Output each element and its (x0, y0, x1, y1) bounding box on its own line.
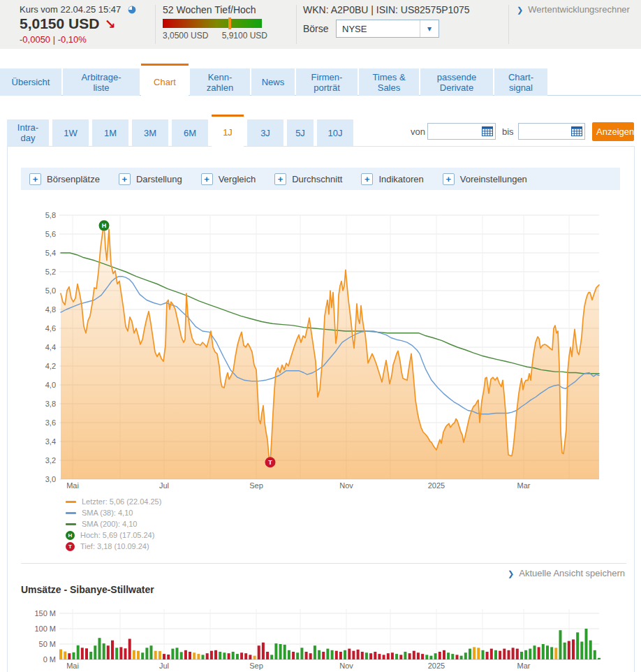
price-change: -0,0050 | -0,10% (20, 34, 87, 45)
von-calendar-button[interactable] (481, 126, 493, 137)
toolbar-label: Vergleich (219, 174, 256, 184)
bis-date-input[interactable] (519, 124, 575, 139)
von-date-input[interactable] (428, 124, 485, 139)
range-tab-1m[interactable]: 1M (92, 119, 128, 146)
range-tab-5j[interactable]: 5J (287, 119, 314, 146)
legend-dash-icon (66, 512, 76, 514)
svg-text:4,2: 4,2 (45, 362, 56, 370)
svg-text:3,2: 3,2 (45, 456, 56, 465)
52w-low-value: 3,0500 USD (163, 31, 208, 41)
svg-text:5,2: 5,2 (45, 268, 56, 276)
tab-chart[interactable]: Chart (141, 64, 189, 98)
performance-calculator-label: Wertentwicklungsrechner (528, 4, 630, 15)
svg-text:3,6: 3,6 (45, 418, 56, 427)
svg-text:5,4: 5,4 (45, 249, 56, 257)
tab-arbitrage-liste[interactable]: Arbitrage- liste (63, 68, 140, 96)
von-date-input-wrap (427, 123, 496, 140)
svg-text:2025: 2025 (428, 481, 445, 490)
price-area (61, 226, 599, 479)
legend-marker-icon: T (66, 542, 75, 551)
legend-item-2: SMA (200): 4,10 (66, 518, 161, 529)
svg-text:2025: 2025 (428, 662, 445, 670)
svg-text:Sep: Sep (249, 662, 263, 670)
quote-header: Kurs vom 22.04.25 15:47 5,0150 USD↘ -0,0… (0, 0, 641, 49)
main-tabs: ÜbersichtArbitrage- listeChartKenn- zahl… (0, 63, 547, 96)
tab-kenn-zahlen[interactable]: Kenn- zahlen (190, 68, 250, 96)
toolbar-vergleich[interactable]: +Vergleich (201, 173, 256, 185)
volume-chart[interactable]: 0 M50 M100 M150 MMaiJulSepNov2025Mar (0, 602, 641, 672)
svg-text:H: H (102, 222, 107, 229)
chart-legend: Letzter: 5,06 (22.04.25)SMA (38): 4,10SM… (66, 496, 161, 552)
svg-text:Mar: Mar (517, 481, 531, 490)
tab-passende-derivate[interactable]: passende Derivate (420, 68, 493, 96)
52w-range-labels: 3,0500 USD 5,9100 USD (163, 31, 267, 41)
svg-text:T: T (268, 459, 272, 466)
range-tab-1j[interactable]: 1J (212, 115, 244, 148)
legend-dash-icon (66, 523, 76, 525)
legend-text: Hoch: 5,69 (17.05.24) (80, 531, 154, 539)
quote-timestamp: Kurs vom 22.04.25 15:47 (20, 4, 136, 15)
svg-text:5,0: 5,0 (45, 286, 56, 295)
range-tab-3j[interactable]: 3J (247, 119, 283, 146)
svg-text:Mai: Mai (66, 481, 79, 490)
svg-text:4,8: 4,8 (45, 305, 56, 314)
header-divider (296, 5, 297, 44)
range-tab-3m[interactable]: 3M (132, 119, 168, 146)
range-tab-intra-day[interactable]: Intra- day (7, 119, 49, 146)
svg-text:4,0: 4,0 (45, 381, 56, 389)
delayed-quote-clock-icon (128, 6, 136, 14)
legend-dash-icon (66, 501, 76, 503)
tab-news[interactable]: News (251, 68, 295, 96)
wkn-isin: WKN: A2P0BU | ISIN: US82575P1075 (303, 4, 470, 15)
legend-text: SMA (200): 4,10 (82, 520, 138, 528)
plus-icon: + (119, 173, 131, 185)
range-tab-1w[interactable]: 1W (52, 119, 89, 146)
bis-date-input-wrap (518, 123, 585, 140)
last-price-value: 5,0150 USD (20, 15, 99, 31)
toolbar-label: Indikatoren (378, 174, 423, 184)
chevron-down-icon: ▾ (420, 20, 439, 37)
tab-times-sales[interactable]: Times & Sales (359, 68, 419, 96)
svg-text:Jul: Jul (159, 662, 169, 670)
price-chart[interactable]: 3,03,23,43,63,84,04,24,44,64,85,05,25,45… (0, 203, 641, 496)
legend-item-0: Letzter: 5,06 (22.04.25) (66, 496, 161, 507)
toolbar-b-rsenpl-tze[interactable]: +Börsenplätze (29, 173, 100, 185)
header-divider (508, 5, 509, 44)
range-tab-10j[interactable]: 10J (317, 119, 353, 146)
tab-chart-signal[interactable]: Chart- signal (494, 68, 547, 96)
svg-text:4,4: 4,4 (45, 343, 56, 351)
tab-bersicht[interactable]: Übersicht (0, 68, 61, 96)
svg-text:Sep: Sep (249, 481, 263, 490)
anzeigen-button[interactable]: Anzeigen (592, 122, 634, 141)
range-tabs: Intra- day1W1M3M6M1J3J5J10J (7, 115, 353, 146)
svg-text:50 M: 50 M (39, 640, 56, 648)
save-view-link[interactable]: ❯Aktuelle Ansicht speichern (508, 568, 625, 578)
svg-text:Jul: Jul (159, 481, 169, 490)
save-view-label: Aktuelle Ansicht speichern (519, 568, 625, 578)
range-tab-6m[interactable]: 6M (172, 119, 208, 146)
legend-item-1: SMA (38): 4,10 (66, 507, 161, 518)
toolbar-durchschnitt[interactable]: +Durchschnitt (274, 173, 342, 185)
stock-chart-page: Kurs vom 22.04.25 15:47 5,0150 USD↘ -0,0… (0, 0, 641, 672)
legend-marker-icon: H (66, 531, 75, 540)
tab-firmen-portr-t[interactable]: Firmen- porträt (296, 68, 358, 96)
plus-icon: + (29, 173, 41, 185)
plus-icon: + (274, 173, 286, 185)
exchange-select[interactable]: NYSE ▾ (336, 20, 439, 38)
svg-text:0 M: 0 M (43, 655, 56, 664)
toolbar-indikatoren[interactable]: +Indikatoren (361, 173, 423, 185)
performance-calculator-link[interactable]: ❯Wertentwicklungsrechner (517, 4, 630, 15)
52w-current-marker (228, 17, 231, 29)
quote-timestamp-label: Kurs vom 22.04.25 15:47 (20, 4, 121, 15)
toolbar-voreinstellungen[interactable]: +Voreinstellungen (443, 173, 527, 185)
calendar-icon (571, 126, 582, 136)
header-divider (155, 5, 156, 44)
legend-text: Letzter: 5,06 (22.04.25) (82, 497, 161, 506)
toolbar-darstellung[interactable]: +Darstellung (119, 173, 182, 185)
toolbar-label: Voreinstellungen (460, 174, 527, 184)
bis-calendar-button[interactable] (570, 126, 582, 137)
last-price: 5,0150 USD↘ (20, 15, 115, 32)
svg-text:Mai: Mai (66, 662, 79, 670)
svg-text:3,4: 3,4 (45, 437, 56, 446)
toolbar-label: Durchschnitt (292, 174, 342, 184)
